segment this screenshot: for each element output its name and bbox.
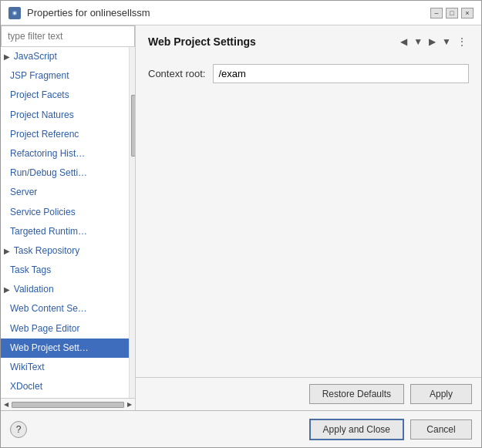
tree-arrow-icon: ▶ bbox=[4, 52, 12, 61]
main-panel: Web Project Settings ◀ ▼ ▶ ▼ ⋮ Context r… bbox=[136, 25, 481, 410]
sidebar-item-task-tags[interactable]: Task Tags bbox=[1, 261, 129, 280]
filter-input[interactable] bbox=[1, 25, 135, 47]
content-area: ▶ JavaScriptJSP FragmentProject FacetsPr… bbox=[1, 25, 481, 410]
dialog-footer: ? Apply and Close Cancel bbox=[1, 410, 481, 447]
sidebar-bottom: ◀ ▶ bbox=[1, 398, 135, 410]
menu-button[interactable]: ⋮ bbox=[455, 35, 469, 49]
panel-content: Context root: bbox=[136, 56, 481, 377]
nav-dropdown-button[interactable]: ▼ bbox=[411, 35, 425, 49]
cancel-button[interactable]: Cancel bbox=[410, 419, 472, 440]
close-button[interactable]: × bbox=[461, 8, 474, 19]
help-button[interactable]: ? bbox=[10, 421, 27, 438]
scroll-right-icon[interactable]: ▶ bbox=[126, 401, 133, 408]
sidebar-item-task-repository[interactable]: ▶ Task Repository bbox=[1, 241, 129, 261]
sidebar: ▶ JavaScriptJSP FragmentProject FacetsPr… bbox=[1, 25, 136, 410]
panel-header: Web Project Settings ◀ ▼ ▶ ▼ ⋮ bbox=[136, 25, 481, 56]
sidebar-item-project-natures[interactable]: Project Natures bbox=[1, 106, 129, 125]
nav-forward-button[interactable]: ▶ bbox=[426, 35, 438, 49]
apply-and-close-button[interactable]: Apply and Close bbox=[309, 419, 404, 440]
sidebar-scroll: ▶ JavaScriptJSP FragmentProject FacetsPr… bbox=[1, 47, 135, 398]
context-root-label: Context root: bbox=[148, 68, 205, 79]
panel-footer: Restore Defaults Apply bbox=[136, 377, 481, 410]
tree-arrow-icon: ▶ bbox=[4, 247, 12, 255]
sidebar-item-run-debug-settings[interactable]: Run/Debug Setti… bbox=[1, 163, 129, 183]
sidebar-item-refactoring-history[interactable]: Refactoring Hist… bbox=[1, 144, 129, 163]
scroll-thumb[interactable] bbox=[131, 95, 135, 157]
scroll-track[interactable] bbox=[129, 47, 135, 398]
tree-arrow-icon: ▶ bbox=[4, 285, 12, 294]
sidebar-item-wikitext[interactable]: WikiText bbox=[1, 358, 129, 377]
horiz-scroll-area: ◀ ▶ bbox=[2, 401, 133, 408]
svg-point-2 bbox=[14, 12, 16, 14]
dialog-title: Properties for onlinesellssm bbox=[27, 7, 424, 19]
restore-defaults-button[interactable]: Restore Defaults bbox=[309, 384, 404, 404]
tree-area: ▶ JavaScriptJSP FragmentProject FacetsPr… bbox=[1, 47, 129, 398]
title-bar-controls: – □ × bbox=[430, 8, 474, 19]
restore-button[interactable]: □ bbox=[446, 8, 458, 19]
sidebar-item-targeted-runtimes[interactable]: Targeted Runtim… bbox=[1, 222, 129, 241]
sidebar-item-jsp-fragment[interactable]: JSP Fragment bbox=[1, 66, 129, 86]
title-bar: Properties for onlinesellssm – □ × bbox=[1, 1, 481, 25]
minimize-button[interactable]: – bbox=[430, 8, 443, 19]
sidebar-item-project-facets[interactable]: Project Facets bbox=[1, 86, 129, 105]
sidebar-item-server[interactable]: Server bbox=[1, 183, 129, 202]
sidebar-item-web-project-settings[interactable]: Web Project Sett… bbox=[1, 339, 129, 358]
dialog-icon bbox=[8, 7, 21, 19]
sidebar-item-service-policies[interactable]: Service Policies bbox=[1, 203, 129, 222]
horiz-scroll-thumb[interactable] bbox=[12, 402, 124, 408]
sidebar-item-project-references[interactable]: Project Referenc bbox=[1, 125, 129, 144]
panel-toolbar: ◀ ▼ ▶ ▼ ⋮ bbox=[398, 35, 469, 49]
sidebar-item-web-content-settings[interactable]: Web Content Se… bbox=[1, 299, 129, 318]
nav-back-button[interactable]: ◀ bbox=[398, 35, 410, 49]
panel-title: Web Project Settings bbox=[148, 35, 256, 48]
dialog: Properties for onlinesellssm – □ × ▶ Jav… bbox=[0, 0, 482, 448]
context-root-row: Context root: bbox=[148, 64, 469, 83]
sidebar-item-xdoclet[interactable]: XDoclet bbox=[1, 377, 129, 396]
sidebar-item-validation[interactable]: ▶ Validation bbox=[1, 280, 129, 299]
sidebar-item-web-page-editor[interactable]: Web Page Editor bbox=[1, 319, 129, 339]
sidebar-item-javascript[interactable]: ▶ JavaScript bbox=[1, 47, 129, 66]
scroll-left-icon[interactable]: ◀ bbox=[2, 401, 10, 408]
nav-forward-dropdown-button[interactable]: ▼ bbox=[440, 35, 453, 49]
context-root-input[interactable] bbox=[213, 64, 469, 83]
apply-button[interactable]: Apply bbox=[410, 384, 472, 404]
